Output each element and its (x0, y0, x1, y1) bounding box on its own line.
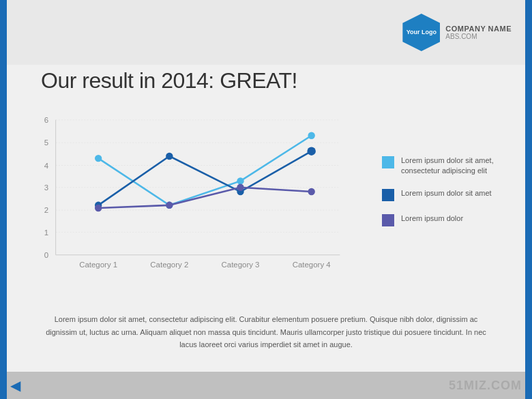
prev-arrow[interactable]: ◀ (10, 377, 20, 394)
svg-point-29 (237, 184, 243, 191)
legend-text-2: Lorem ipsum dolor sit amet (401, 188, 492, 198)
svg-text:6: 6 (44, 116, 48, 124)
bottom-bar: ◀ 51MIZ.COM (0, 372, 532, 399)
svg-text:Category 2: Category 2 (150, 261, 188, 269)
right-accent-bar (525, 0, 532, 399)
legend-color-1 (382, 156, 394, 168)
legend-item-1: Lorem ipsum dolor sit amet, consectetur … (382, 156, 505, 177)
company-info: COMPANY NAME ABS.COM (445, 25, 512, 40)
legend-text-1: Lorem ipsum dolor sit amet, consectetur … (401, 156, 505, 177)
chart-area: 0 1 2 3 4 5 6 Category 1 Category 2 Cate… (27, 106, 368, 276)
svg-point-27 (95, 205, 102, 211)
legend-item-2: Lorem ipsum dolor sit amet (382, 188, 505, 201)
logo-area: Your Logo COMPANY NAME ABS.COM (402, 14, 512, 51)
company-name: COMPANY NAME (445, 25, 512, 33)
svg-text:3: 3 (44, 183, 48, 192)
watermark: 51MIZ.COM (449, 379, 522, 393)
svg-text:Category 3: Category 3 (222, 261, 260, 269)
svg-point-30 (308, 188, 314, 195)
logo-text: Your Logo (407, 29, 437, 36)
svg-text:5: 5 (44, 138, 48, 147)
svg-point-19 (95, 155, 102, 162)
svg-point-22 (308, 132, 314, 139)
svg-text:2: 2 (44, 206, 48, 214)
legend-text-3: Lorem ipsum dolor (401, 213, 463, 224)
main-content: Your Logo COMPANY NAME ABS.COM Our resul… (7, 0, 525, 399)
page-title: Our result in 2014: GREAT! (41, 68, 297, 93)
company-url: ABS.COM (445, 33, 477, 40)
svg-text:4: 4 (44, 162, 49, 170)
svg-text:0: 0 (44, 251, 48, 259)
svg-text:1: 1 (44, 228, 48, 237)
chart-container: 0 1 2 3 4 5 6 Category 1 Category 2 Cate… (27, 106, 505, 276)
svg-point-28 (166, 202, 173, 209)
svg-point-26 (307, 147, 316, 155)
svg-text:Category 1: Category 1 (79, 261, 117, 269)
chart-svg: 0 1 2 3 4 5 6 Category 1 Category 2 Cate… (27, 106, 368, 276)
left-accent-bar (0, 0, 7, 399)
legend-color-2 (382, 189, 394, 201)
legend-item-3: Lorem ipsum dolor (382, 213, 505, 226)
legend-color-3 (382, 214, 394, 226)
svg-text:Category 4: Category 4 (293, 261, 331, 269)
svg-point-21 (237, 177, 243, 184)
header: Your Logo COMPANY NAME ABS.COM (7, 0, 525, 65)
description-text: Lorem ipsum dolor sit amet, consectetur … (41, 313, 491, 351)
svg-point-24 (166, 153, 173, 160)
logo-hexagon: Your Logo (402, 14, 440, 51)
legend-area: Lorem ipsum dolor sit amet, consectetur … (368, 106, 505, 276)
